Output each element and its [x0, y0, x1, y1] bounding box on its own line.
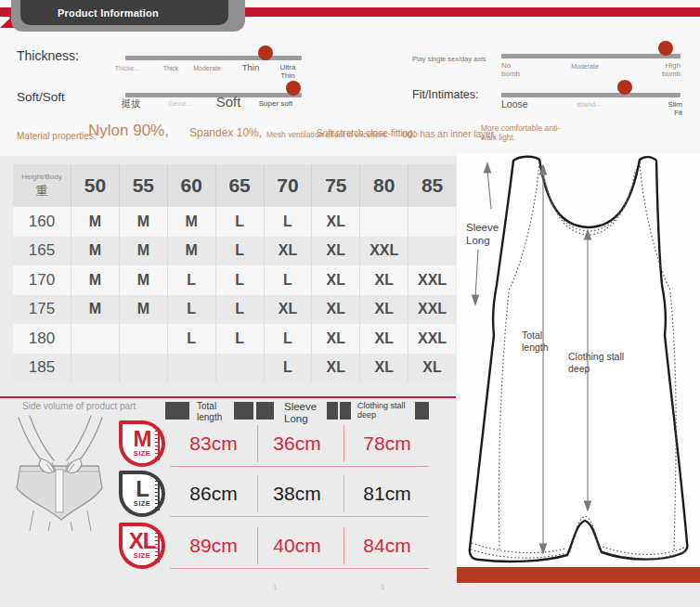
hands-garment-illustration — [6, 414, 115, 531]
size-cell — [408, 237, 456, 266]
size-cell: L — [167, 324, 215, 354]
legend-swatch-deep — [327, 402, 338, 420]
table-row: 180 L L L XL XL XXL — [13, 324, 456, 354]
size-cell — [167, 354, 215, 383]
thickness-slider-track — [125, 56, 302, 60]
value-divider — [257, 527, 258, 564]
column-header: 60 — [167, 164, 215, 207]
column-header: 80 — [359, 164, 408, 207]
elasticity-slider-dot — [658, 41, 673, 56]
column-header: 75 — [311, 164, 359, 207]
material-stretch: Soft stretch close-fitting: — [317, 128, 416, 139]
size-cell: L — [264, 207, 312, 237]
material-nylon: Nylon 90%, — [88, 122, 169, 140]
size-cell — [408, 207, 456, 237]
size-cell: XL — [311, 295, 359, 325]
page-mark: 1 — [381, 583, 384, 591]
legend-swatch-end — [415, 402, 429, 420]
size-cell: M — [71, 295, 119, 325]
thickness-tick: Thick — [163, 65, 179, 72]
measurement-row-xl: XL SIZE 89cm 40cm 84cm — [111, 522, 433, 572]
size-cell: M — [167, 237, 215, 266]
thickness-tick: Moderate — [193, 65, 221, 72]
size-cell: XL — [311, 265, 359, 295]
garment-diagram-panel: Sleeve Long Total length Clothing stall … — [457, 153, 700, 567]
table-row: 175 M M L L XL XL XL XXL — [13, 295, 456, 325]
softness-tick: Soft — [216, 94, 241, 110]
size-cell: XL — [359, 354, 408, 383]
size-cell — [119, 354, 167, 383]
ruler-icon — [155, 533, 160, 562]
table-row: 160 M M M L L XL — [13, 207, 456, 237]
size-cell: XXL — [408, 265, 456, 295]
softness-tick: Super soft — [259, 99, 292, 108]
size-cell: M — [119, 265, 167, 295]
softness-tick: Gene... — [168, 99, 192, 108]
material-spandex: Spandex 10%, — [189, 126, 262, 139]
size-cell: XL — [311, 207, 359, 237]
value-divider — [344, 425, 344, 462]
size-cell: M — [119, 295, 167, 325]
product-information-page: Product Information Thickness: Thicke...… — [0, 0, 700, 607]
clothing-stall-deep-value: 78cm — [363, 433, 410, 455]
size-cell: M — [71, 207, 119, 237]
legend-swatch-total — [165, 402, 189, 420]
legend-swatch-sleeve — [256, 402, 274, 420]
badge-size-word: SIZE — [134, 449, 151, 458]
thickness-tick: Thicke... — [115, 65, 139, 72]
badge-size-word: SIZE — [134, 551, 151, 560]
table-row: 170 M M L L L XL XL XXL — [13, 265, 456, 295]
ruler-icon — [155, 481, 160, 510]
elasticity-tick: High bomb — [653, 61, 681, 78]
badge-letter: L — [136, 480, 149, 498]
page-mark: 1 — [273, 583, 277, 591]
table-row: 165 M M M L XL XL XXL — [13, 237, 456, 266]
elasticity-label: Play single sex/day axis — [412, 55, 486, 63]
fit-tick: stand-- — [577, 100, 601, 109]
softness-slider-dot — [286, 81, 301, 96]
material-properties-label: Material properties: — [17, 131, 97, 142]
value-divider — [257, 475, 258, 512]
size-cell — [359, 207, 408, 237]
size-cell: L — [264, 324, 312, 354]
value-divider — [344, 527, 344, 564]
size-cell: XL — [264, 295, 312, 325]
row-height: 175 — [13, 295, 71, 325]
size-cell: XL — [311, 354, 359, 383]
total-length-value: 89cm — [189, 535, 237, 557]
thickness-tick: Thin — [242, 63, 259, 73]
fit-slider-track — [501, 93, 681, 97]
size-cell: L — [215, 295, 264, 325]
size-badge-xl: XL SIZE — [119, 523, 165, 569]
size-cell: XL — [359, 265, 408, 295]
value-divider — [257, 425, 258, 462]
size-cell: XL — [359, 324, 408, 354]
row-underline — [170, 568, 429, 569]
fit-tick: Loose — [501, 98, 528, 110]
size-cell: L — [215, 265, 264, 295]
legend-clothing-stall-deep: Clothing stall deep — [357, 401, 417, 420]
row-height: 180 — [13, 324, 71, 354]
legend-swatch-sleeve — [234, 402, 253, 420]
table-corner-cell: Height/Body 重 — [13, 164, 71, 207]
size-cell: M — [167, 207, 215, 237]
size-cell: L — [264, 354, 312, 383]
elasticity-tick: Moderate — [571, 63, 599, 71]
row-height: 160 — [13, 207, 71, 237]
badge-letter: M — [134, 430, 151, 448]
size-cell: M — [119, 237, 167, 266]
bottom-accent-bar — [457, 567, 700, 583]
column-header: 70 — [264, 164, 312, 207]
row-underline — [170, 516, 429, 517]
size-cell: XXL — [359, 237, 408, 266]
table-row: 185 L XL XL XL — [13, 354, 456, 383]
thickness-label: Thickness: — [17, 48, 79, 63]
material-comfort: More comfortable anti-walk light. — [481, 123, 566, 142]
size-cell: XL — [359, 295, 408, 325]
size-cell: XL — [408, 354, 456, 383]
header-banner: Product Information — [20, 0, 228, 25]
row-underline — [170, 466, 429, 467]
ruler-icon — [155, 431, 160, 460]
fit-tick: Slim Fit — [665, 100, 682, 117]
side-volume-label: Side volume of product part — [22, 401, 136, 411]
